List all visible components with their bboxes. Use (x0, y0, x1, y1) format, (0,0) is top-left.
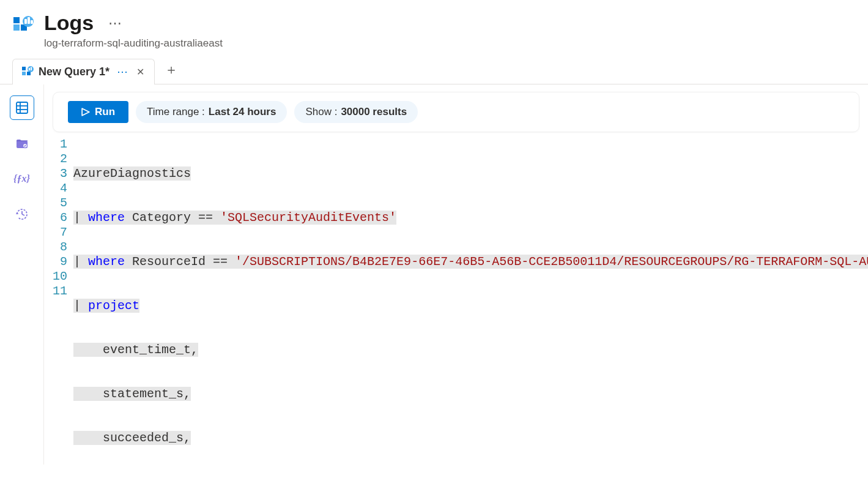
svg-line-20 (22, 214, 24, 215)
svg-rect-4 (24, 19, 27, 24)
page-title: Logs (44, 11, 94, 35)
rail-functions-button[interactable]: {ƒx} (10, 166, 34, 191)
rail-queries-button[interactable] (10, 131, 34, 155)
time-range-selector[interactable]: Time range : Last 24 hours (136, 101, 287, 123)
run-button[interactable]: Run (68, 101, 128, 123)
history-icon (15, 207, 29, 222)
svg-rect-0 (13, 17, 20, 23)
svg-rect-6 (31, 20, 33, 24)
svg-rect-7 (22, 67, 26, 70)
table-icon (15, 101, 29, 114)
rail-history-button[interactable] (10, 202, 34, 226)
svg-marker-21 (82, 108, 89, 116)
svg-rect-13 (17, 102, 28, 113)
svg-rect-5 (28, 17, 30, 24)
header-more-icon[interactable]: ⋯ (108, 20, 123, 26)
page-header: Logs ⋯ log-terraform-sql-auditing-austra… (0, 0, 868, 56)
svg-rect-1 (13, 24, 20, 31)
add-tab-button[interactable]: ＋ (155, 56, 188, 84)
show-results-selector[interactable]: Show : 30000 results (294, 101, 418, 123)
logs-tab-icon (21, 66, 34, 78)
code-area[interactable]: AzureDiagnostics | where Category == 'SQ… (73, 137, 868, 465)
time-range-value: Last 24 hours (209, 106, 276, 118)
logs-icon (12, 16, 34, 38)
tab-more-icon[interactable]: ⋯ (117, 69, 129, 75)
run-label: Run (95, 106, 115, 118)
show-value: 30000 results (341, 106, 407, 118)
query-toolbar: Run Time range : Last 24 hours Show : 30… (53, 92, 859, 132)
line-gutter: 1 2 3 4 5 6 7 8 9 10 11 (44, 137, 73, 465)
fx-icon: {ƒx} (13, 173, 30, 184)
rail-tables-button[interactable] (10, 95, 34, 120)
query-tab-active[interactable]: New Query 1* ⋯ ✕ (12, 59, 155, 84)
svg-rect-11 (29, 68, 30, 70)
tab-label: New Query 1* (39, 65, 109, 78)
show-label: Show : (305, 106, 337, 118)
left-rail: {ƒx} (0, 84, 44, 465)
svg-rect-12 (31, 67, 32, 70)
play-icon (81, 108, 90, 116)
folder-icon (15, 136, 29, 151)
svg-rect-8 (22, 72, 26, 75)
workspace-name: log-terraform-sql-auditing-australiaeast (44, 37, 223, 50)
query-editor[interactable]: 1 2 3 4 5 6 7 8 9 10 11 AzureDiagnostics… (44, 132, 868, 465)
tab-close-icon[interactable]: ✕ (136, 66, 144, 78)
time-range-label: Time range : (147, 106, 205, 118)
query-tabs: New Query 1* ⋯ ✕ ＋ (0, 56, 868, 84)
svg-marker-18 (16, 212, 18, 214)
